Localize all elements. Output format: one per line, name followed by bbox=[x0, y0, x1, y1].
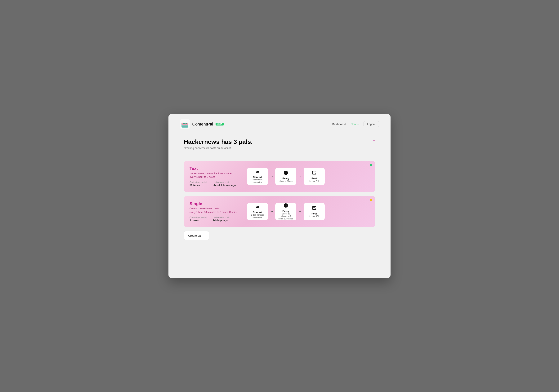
nav-new-button[interactable]: New + bbox=[351, 122, 359, 126]
step-sublabel: to your API bbox=[309, 215, 319, 218]
step-sublabel: 1 hour 30minutes to 2hours 10 minutes bbox=[279, 213, 293, 220]
stat-generated: Content generated 50 times bbox=[189, 181, 207, 187]
svg-point-5 bbox=[186, 123, 187, 124]
step-sublabel: 1 hour to 2 hours bbox=[279, 180, 293, 182]
step-icon-post: + bbox=[312, 171, 317, 176]
app-name-bold: Pal bbox=[207, 122, 213, 127]
nav-dashboard-link[interactable]: Dashboard bbox=[332, 122, 346, 126]
pals-list: Text Hacker news comment auto-responder.… bbox=[184, 161, 375, 227]
svg-text:+: + bbox=[315, 208, 316, 210]
page-subtitle: Creating hackernews posts on autopilot bbox=[184, 146, 252, 150]
stat-generated-label: Content generated bbox=[189, 216, 207, 219]
pipeline-step-context: + ❝ Context 1 item from apihub context bbox=[247, 203, 268, 220]
pipeline-arrow: → bbox=[298, 210, 302, 213]
app-name-plain: Content bbox=[192, 122, 207, 127]
step-sublabel: 1 item from apihub context bbox=[251, 214, 264, 219]
card-info: Single Create context based on text ever… bbox=[189, 201, 243, 222]
pal-description: Create context based on text bbox=[189, 207, 243, 210]
page-title: Hackernews has 3 pals. bbox=[184, 138, 252, 146]
svg-text:+: + bbox=[315, 173, 316, 174]
pal-schedule: every 1 hour to 2 hours bbox=[189, 175, 243, 178]
step-label: Post bbox=[311, 177, 317, 180]
nav-new-icon: + bbox=[357, 122, 359, 126]
stat-last-post-value: 14 days ago bbox=[213, 219, 229, 222]
beta-badge: BETA bbox=[215, 123, 224, 126]
pal-description: Hacker news comment auto-responder. bbox=[189, 172, 243, 175]
pipeline-arrow: → bbox=[298, 174, 302, 178]
step-label: Every bbox=[282, 177, 289, 180]
stat-last-post-value: about 2 hours ago bbox=[213, 184, 236, 187]
pipeline: + ❝ Context 1 item from apihub context →… bbox=[247, 203, 325, 220]
card-inner: Single Create context based on text ever… bbox=[189, 201, 370, 222]
svg-text:+: + bbox=[258, 172, 259, 173]
step-label: Post bbox=[311, 212, 317, 215]
svg-point-3 bbox=[183, 123, 184, 124]
pipeline-step-post: + Post to your API bbox=[304, 168, 325, 185]
create-pal-label: Create pal bbox=[188, 234, 201, 237]
add-pal-button[interactable]: + bbox=[373, 138, 375, 143]
create-pal-icon: + bbox=[203, 234, 205, 237]
pipeline-arrow: → bbox=[270, 210, 273, 213]
step-icon-every bbox=[284, 171, 288, 176]
logo-area: ContentPal BETA bbox=[180, 119, 224, 129]
step-label: Context bbox=[253, 176, 262, 179]
pal-stats: Content generated 50 times Last content … bbox=[189, 181, 243, 187]
nav-new-label: New bbox=[351, 122, 356, 126]
stat-generated-label: Content generated bbox=[189, 181, 207, 183]
create-pal-button[interactable]: Create pal + bbox=[184, 231, 209, 240]
svg-text:❝: ❝ bbox=[256, 208, 257, 209]
pipeline-step-context: + ❝ Context hub contextcustom text bbox=[247, 168, 268, 185]
step-label: Context bbox=[253, 211, 262, 214]
page-title-bold: Hackernews bbox=[184, 138, 220, 145]
step-sublabel: hub contextcustom text bbox=[252, 179, 262, 183]
step-label: Every bbox=[282, 210, 289, 213]
card-inner: Text Hacker news comment auto-responder.… bbox=[189, 166, 370, 187]
step-icon-context: + ❝ bbox=[255, 169, 260, 175]
stat-last-post: Last content post 14 days ago bbox=[213, 216, 229, 222]
step-sublabel: to your API bbox=[309, 180, 319, 182]
svg-rect-6 bbox=[182, 126, 188, 127]
svg-text:+: + bbox=[258, 207, 259, 208]
step-icon-context: + ❝ bbox=[255, 204, 260, 210]
pal-stats: Content generated 2 times Last content p… bbox=[189, 216, 243, 222]
stat-last-post: Last content post about 2 hours ago bbox=[213, 181, 236, 187]
stat-generated-value: 2 times bbox=[189, 219, 207, 222]
step-icon-every bbox=[284, 203, 288, 209]
nav-area: Dashboard New + Logout bbox=[332, 121, 379, 127]
page-title-plain: has 3 pals. bbox=[220, 138, 253, 145]
svg-point-4 bbox=[184, 123, 186, 124]
pal-name: Single bbox=[189, 201, 243, 206]
stat-last-post-label: Last content post bbox=[213, 181, 236, 183]
page-heading-block: Hackernews has 3 pals. Creating hackerne… bbox=[184, 138, 252, 155]
card-info: Text Hacker news comment auto-responder.… bbox=[189, 166, 243, 187]
pipeline-step-every: Every 1 hour to 2 hours bbox=[275, 168, 296, 185]
header: ContentPal BETA Dashboard New + Logout bbox=[168, 114, 391, 135]
svg-text:❝: ❝ bbox=[256, 172, 257, 173]
status-dot bbox=[370, 164, 372, 166]
pipeline-step-post: + Post to your API bbox=[304, 203, 325, 220]
pipeline-step-every: Every 1 hour 30minutes to 2hours 10 minu… bbox=[275, 203, 296, 220]
main-content: Hackernews has 3 pals. Creating hackerne… bbox=[168, 135, 391, 250]
stat-last-post-label: Last content post bbox=[213, 216, 229, 219]
pal-card-text-pal[interactable]: Text Hacker news comment auto-responder.… bbox=[184, 161, 375, 192]
logout-button[interactable]: Logout bbox=[363, 121, 379, 127]
heading-row: Hackernews has 3 pals. Creating hackerne… bbox=[184, 138, 375, 155]
app-window: ContentPal BETA Dashboard New + Logout H… bbox=[168, 114, 391, 278]
app-name: ContentPal bbox=[192, 122, 213, 127]
step-icon-post: + bbox=[312, 206, 317, 211]
stat-generated-value: 50 times bbox=[189, 184, 207, 187]
pal-name: Text bbox=[189, 166, 243, 171]
pal-card-single-pal[interactable]: Single Create context based on text ever… bbox=[184, 196, 375, 227]
pipeline: + ❝ Context hub contextcustom text → Eve… bbox=[247, 168, 325, 185]
status-dot bbox=[370, 199, 372, 201]
app-logo-icon bbox=[180, 119, 190, 129]
stat-generated: Content generated 2 times bbox=[189, 216, 207, 222]
pal-schedule: every 1 hour 30 minutes to 2 hours 10 mi… bbox=[189, 211, 243, 213]
pipeline-arrow: → bbox=[270, 174, 273, 178]
